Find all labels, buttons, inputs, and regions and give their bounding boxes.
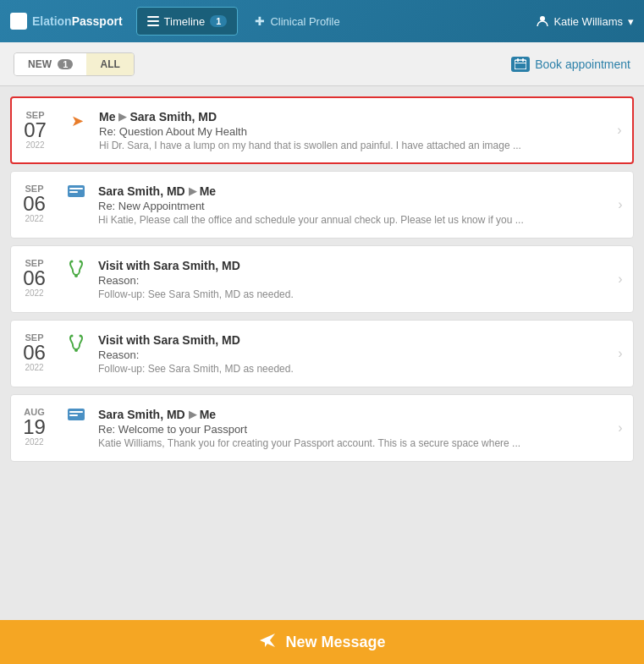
svg-point-7: [540, 16, 545, 21]
item-subtitle-0: Re: Question About My Health: [99, 125, 600, 138]
incoming-message-icon-1: [68, 185, 85, 202]
item-preview-4: Katie Williams, Thank you for creating y…: [98, 437, 589, 449]
date-col-2: SEP 06 2022: [11, 246, 58, 312]
calendar-icon: [511, 57, 530, 72]
svg-point-17: [74, 274, 78, 277]
date-day-3: 06: [23, 343, 46, 363]
clinical-profile-tab[interactable]: ✚ Clinical Profile: [245, 7, 350, 36]
svg-point-15: [80, 261, 82, 263]
user-name-label: Katie Williams: [553, 15, 623, 28]
filter-new-badge: 1: [58, 59, 73, 69]
clinical-profile-label: Clinical Profile: [270, 15, 339, 28]
content-col-2: Visit with Sara Smith, MD Reason: Follow…: [95, 246, 608, 312]
date-day-0: 07: [24, 120, 47, 140]
send-icon: [258, 632, 277, 653]
svg-rect-22: [69, 411, 83, 413]
item-subtitle-2: Reason:: [98, 274, 601, 287]
new-message-bar[interactable]: New Message: [0, 620, 644, 664]
svg-rect-1: [17, 17, 19, 25]
filter-all-button[interactable]: ALL: [86, 53, 133, 75]
user-menu[interactable]: Katie Williams ▾: [537, 15, 634, 28]
timeline-content: SEP 07 2022 ➤ Me ▶ Sara Smith, MD Re: Qu…: [0, 86, 644, 523]
content-col-1: Sara Smith, MD ▶ Me Re: New Appointment …: [95, 172, 608, 238]
toolbar: NEW 1 ALL Book appointment: [0, 42, 644, 86]
svg-rect-11: [522, 58, 524, 62]
timeline-tab[interactable]: Timeline 1: [136, 7, 239, 36]
item-preview-2: Follow-up: See Sara Smith, MD as needed.: [98, 288, 589, 300]
item-title-2: Visit with Sara Smith, MD: [98, 259, 601, 272]
timeline-item-3[interactable]: SEP 06 2022 Visit with Sara Smith, MD Re…: [10, 320, 634, 387]
svg-rect-23: [69, 414, 78, 416]
stethoscope-icon-2: [68, 260, 85, 283]
plus-icon: ✚: [255, 14, 265, 28]
chevron-col-4: ›: [608, 395, 633, 461]
logo: ElationPassport: [10, 13, 123, 30]
svg-point-20: [74, 348, 78, 352]
chevron-col-3: ›: [608, 321, 633, 387]
svg-rect-6: [147, 25, 159, 26]
icon-col-4: [58, 395, 95, 461]
filter-new-button[interactable]: NEW 1: [14, 53, 86, 75]
item-title-4: Sara Smith, MD ▶ Me: [98, 408, 601, 421]
item-title-3: Visit with Sara Smith, MD: [98, 333, 601, 347]
new-message-label: New Message: [285, 634, 385, 651]
item-title-1: Sara Smith, MD ▶ Me: [98, 184, 601, 198]
content-col-4: Sara Smith, MD ▶ Me Re: Welcome to your …: [95, 395, 608, 461]
item-title-0: Me ▶ Sara Smith, MD: [99, 110, 600, 123]
svg-rect-9: [515, 63, 526, 63]
item-subtitle-3: Reason:: [98, 348, 601, 361]
content-col-0: Me ▶ Sara Smith, MD Re: Question About M…: [96, 98, 607, 162]
date-year-4: 2022: [25, 437, 43, 447]
app-header: ElationPassport Timeline 1 ✚ Clinical Pr…: [0, 0, 644, 42]
logo-text: ElationPassport: [32, 14, 123, 28]
timeline-item-1[interactable]: SEP 06 2022 Sara Smith, MD ▶ Me Re: New …: [10, 171, 634, 239]
book-appointment-button[interactable]: Book appointment: [511, 57, 630, 72]
svg-rect-10: [517, 58, 519, 62]
date-year-3: 2022: [25, 363, 43, 372]
date-col-1: SEP 06 2022: [11, 172, 58, 238]
arrow-icon-4: ▶: [189, 409, 196, 420]
svg-point-16: [71, 261, 74, 263]
item-preview-3: Follow-up: See Sara Smith, MD as needed.: [98, 363, 589, 375]
logo-icon: [10, 13, 27, 30]
icon-col-1: [58, 172, 95, 238]
svg-rect-5: [147, 20, 159, 22]
timeline-icon: [147, 16, 159, 26]
book-appointment-label: Book appointment: [535, 58, 630, 71]
svg-point-19: [71, 335, 74, 337]
svg-rect-4: [147, 16, 159, 18]
svg-rect-0: [14, 17, 16, 25]
filter-group: NEW 1 ALL: [14, 52, 135, 76]
timeline-label: Timeline: [164, 15, 206, 28]
svg-rect-2: [20, 17, 24, 19]
outgoing-message-icon: ➤: [71, 112, 84, 130]
date-year-2: 2022: [25, 288, 43, 298]
date-col-4: AUG 19 2022: [11, 395, 58, 461]
date-year-0: 2022: [25, 140, 44, 150]
date-day-1: 06: [23, 194, 46, 214]
chevron-col-0: ›: [607, 98, 632, 162]
arrow-icon-0: ▶: [118, 111, 126, 123]
icon-col-0: ➤: [58, 98, 96, 162]
timeline-item-0[interactable]: SEP 07 2022 ➤ Me ▶ Sara Smith, MD Re: Qu…: [10, 96, 634, 164]
svg-point-18: [80, 335, 82, 337]
item-subtitle-4: Re: Welcome to your Passport: [98, 423, 601, 436]
icon-col-2: [58, 246, 95, 312]
svg-rect-3: [20, 21, 24, 25]
timeline-item-2[interactable]: SEP 06 2022 Visit with Sara Smith, MD Re…: [10, 245, 634, 313]
incoming-message-icon-4: [68, 409, 85, 425]
date-col-0: SEP 07 2022: [12, 98, 58, 162]
icon-col-3: [58, 321, 95, 387]
date-col-3: SEP 06 2022: [11, 321, 58, 387]
chevron-col-1: ›: [608, 172, 633, 238]
date-year-1: 2022: [25, 214, 43, 223]
user-icon: [537, 15, 548, 27]
svg-rect-14: [69, 191, 78, 193]
stethoscope-icon-3: [68, 334, 85, 357]
timeline-item-4[interactable]: AUG 19 2022 Sara Smith, MD ▶ Me Re: Welc…: [10, 394, 634, 462]
arrow-icon-1: ▶: [189, 185, 196, 197]
svg-rect-13: [69, 188, 83, 189]
timeline-badge: 1: [210, 15, 227, 27]
date-day-2: 06: [23, 268, 46, 288]
svg-rect-8: [515, 60, 526, 69]
